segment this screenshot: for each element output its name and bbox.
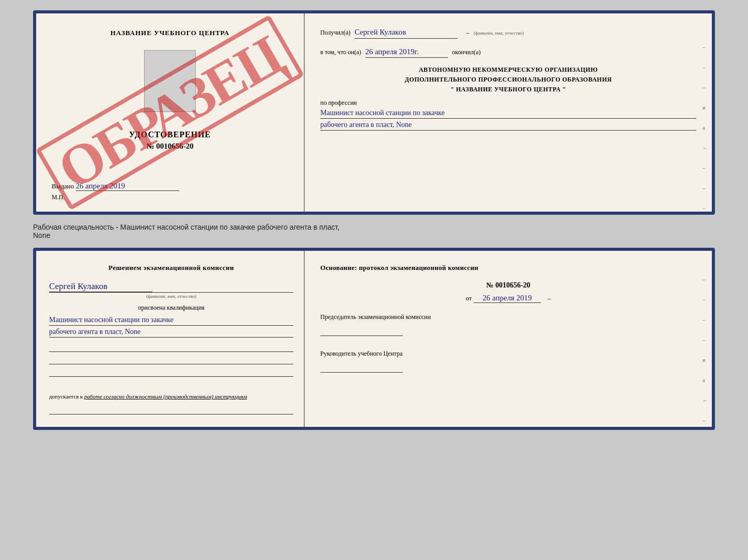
- cert-bottom-right: Основание: протокол экзаменационной коми…: [305, 251, 712, 427]
- prisvoena-label: присвоена квалификация: [49, 304, 293, 312]
- cert-number: № 0010656-20: [146, 142, 193, 151]
- cert-top-title: НАЗВАНИЕ УЧЕБНОГО ЦЕНТРА: [111, 29, 230, 37]
- profession-line1-bottom: Машинист насосной станции по закачке: [49, 316, 293, 326]
- osnov-title: Основание: протокол экзаменационной коми…: [320, 264, 696, 272]
- bottom-fio-hint: (фамилия, имя, отчество): [49, 292, 293, 299]
- rukovoditel-block: Руководитель учебного Центра: [320, 349, 696, 375]
- dopusk-label: допускается к: [49, 393, 83, 399]
- profession-line2-bottom: рабочего агента в пласт, None: [49, 328, 293, 338]
- org-line3: " НАЗВАНИЕ УЧЕБНОГО ЦЕНТРА ": [320, 85, 696, 94]
- cert-top-left: НАЗВАНИЕ УЧЕБНОГО ЦЕНТРА УДОСТОВЕРЕНИЕ №…: [36, 13, 305, 212]
- predsedatel-sign-line: [320, 326, 696, 339]
- dopusk-value: работе согласно должностным (производств…: [84, 393, 247, 399]
- cert-top-right: Получил(а) Сергей Кулаков – (фамилия, им…: [305, 13, 712, 212]
- right-dashes-top: – – – и а ← – – –: [703, 44, 708, 211]
- profession-line1-top: Машинист насосной станции по закачке: [320, 109, 696, 119]
- poluchil-value: Сергей Кулаков: [354, 26, 458, 39]
- proto-date-line: от 26 апреля 2019 –: [320, 294, 696, 303]
- photo-placeholder: [144, 50, 196, 112]
- vtom-date: 26 апреля 2019г.: [365, 46, 448, 58]
- watermark-obrazec: ОБРАЗЕЦ: [35, 14, 304, 210]
- mp-label: М.П.: [52, 194, 65, 201]
- fio-hint-top: (фамилия, имя, отчество): [474, 30, 524, 37]
- rukovoditel-title: Руководитель учебного Центра: [320, 349, 696, 358]
- rukovoditel-sign: [320, 362, 403, 373]
- separator-line1: Рабочая специальность - Машинист насосно…: [33, 223, 715, 231]
- cert-bottom-left: Решением экзаменационной комиссии Сергей…: [36, 251, 305, 427]
- blank-line-1: [49, 342, 293, 352]
- org-line1: АВТОНОМНУЮ НЕКОММЕРЧЕСКУЮ ОРГАНИЗАЦИЮ: [320, 65, 696, 75]
- proto-number: № 0010656-20: [320, 281, 696, 290]
- separator-line2: None: [33, 231, 715, 239]
- proto-date-value: 26 апреля 2019: [474, 294, 541, 303]
- org-line2: ДОПОЛНИТЕЛЬНОГО ПРОФЕССИОНАЛЬНОГО ОБРАЗО…: [320, 75, 696, 85]
- predsedatel-sign: [320, 326, 403, 336]
- vtom-label: в том, что он(а): [320, 47, 361, 57]
- blank-line-dopusk: [49, 404, 293, 414]
- vydano-date: 26 апреля 2019: [76, 182, 179, 191]
- bottom-name-value: Сергей Кулаков: [49, 281, 152, 292]
- udostoverenie-label: УДОСТОВЕРЕНИЕ: [129, 130, 211, 139]
- certificate-bottom: Решением экзаменационной комиссии Сергей…: [33, 248, 715, 430]
- okonchil-label: окончил(а): [452, 47, 480, 57]
- poluchil-row: Получил(а) Сергей Кулаков – (фамилия, им…: [320, 26, 696, 39]
- separator-text: Рабочая специальность - Машинист насосно…: [33, 221, 715, 242]
- vydano-label: Выдано: [52, 182, 74, 190]
- profession-line2-top: рабочего агента в пласт, None: [320, 121, 696, 131]
- bottom-name-field: Сергей Кулаков (фамилия, имя, отчество): [49, 281, 293, 299]
- rukovoditel-sign-line: [320, 362, 696, 375]
- blank-line-2: [49, 354, 293, 364]
- org-block: АВТОНОМНУЮ НЕКОММЕРЧЕСКУЮ ОРГАНИЗАЦИЮ ДО…: [320, 65, 696, 95]
- blank-line-3: [49, 366, 293, 377]
- proto-date-prefix: от: [465, 294, 472, 302]
- poluchil-label: Получил(а): [320, 28, 350, 37]
- dopuskaetsya-block: допускается к работе согласно должностны…: [49, 392, 293, 401]
- vydano-line: Выдано 26 апреля 2019: [52, 182, 179, 191]
- right-dashes-bottom: – – – – и а ← – – – – –: [703, 277, 708, 430]
- vtom-row: в том, что он(а) 26 апреля 2019г. окончи…: [320, 46, 696, 58]
- certificate-top: НАЗВАНИЕ УЧЕБНОГО ЦЕНТРА УДОСТОВЕРЕНИЕ №…: [33, 10, 715, 215]
- blank-lines-bottom: [49, 342, 293, 377]
- po-professii: по профессии: [320, 99, 696, 107]
- komissia-title: Решением экзаменационной комиссии: [49, 264, 293, 272]
- predsedatel-title: Председатель экзаменационной комиссии: [320, 312, 696, 322]
- predsedatel-block: Председатель экзаменационной комиссии: [320, 312, 696, 339]
